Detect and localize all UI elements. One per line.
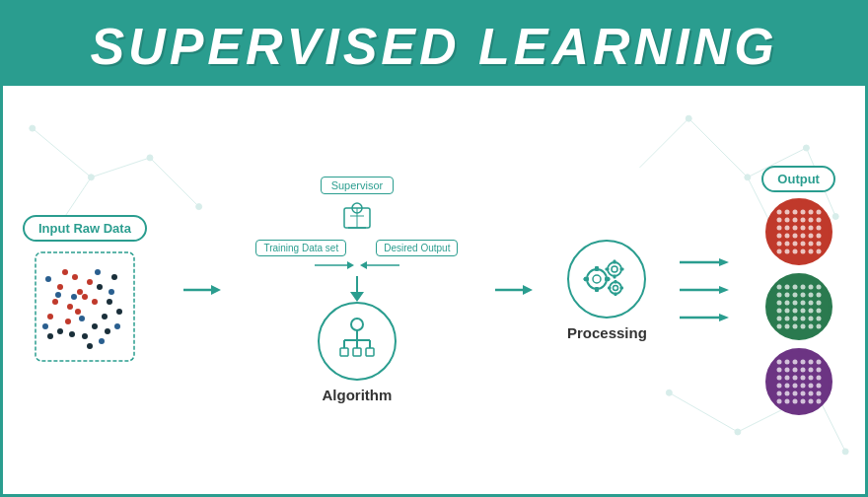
svg-point-197 xyxy=(800,375,805,380)
svg-point-157 xyxy=(816,292,821,297)
header-bar: SUPERVISED LEARNING xyxy=(3,3,865,86)
svg-point-56 xyxy=(71,294,77,300)
svg-point-156 xyxy=(808,292,813,297)
svg-point-205 xyxy=(816,383,821,388)
svg-rect-81 xyxy=(366,348,374,356)
svg-point-53 xyxy=(95,269,101,275)
svg-point-28 xyxy=(72,274,78,280)
svg-point-162 xyxy=(808,300,813,305)
svg-point-192 xyxy=(808,367,813,372)
svg-point-187 xyxy=(816,359,821,364)
output-circle-green xyxy=(765,273,832,340)
svg-point-202 xyxy=(792,383,797,388)
svg-rect-103 xyxy=(620,286,624,289)
svg-rect-97 xyxy=(620,267,624,270)
svg-point-163 xyxy=(816,300,821,305)
svg-point-92 xyxy=(608,262,621,276)
svg-point-134 xyxy=(776,241,781,246)
svg-point-37 xyxy=(65,319,71,324)
svg-rect-94 xyxy=(614,259,616,263)
svg-point-33 xyxy=(52,299,58,305)
svg-point-180 xyxy=(808,323,813,328)
svg-point-121 xyxy=(816,217,821,222)
arrow-input-to-algo xyxy=(181,280,221,300)
svg-point-32 xyxy=(87,279,93,285)
algorithm-label: Algorithm xyxy=(323,387,393,403)
output-circle-purple xyxy=(765,348,832,415)
svg-point-191 xyxy=(800,367,805,372)
svg-point-99 xyxy=(614,285,618,290)
svg-point-179 xyxy=(800,323,805,328)
svg-marker-69 xyxy=(347,261,354,269)
svg-point-176 xyxy=(776,323,781,328)
svg-point-135 xyxy=(784,241,789,246)
svg-point-136 xyxy=(792,241,797,246)
main-container: SUPERVISED LEARNING xyxy=(0,0,868,497)
svg-point-140 xyxy=(776,248,781,253)
supervisor-icon xyxy=(338,198,376,236)
supervisor-area: Supervisor xyxy=(321,177,395,236)
svg-point-204 xyxy=(808,383,813,388)
svg-marker-83 xyxy=(523,285,533,295)
svg-point-207 xyxy=(784,390,789,395)
svg-point-154 xyxy=(792,292,797,297)
svg-point-183 xyxy=(784,359,789,364)
svg-point-85 xyxy=(593,275,601,283)
svg-rect-87 xyxy=(595,287,599,292)
svg-point-159 xyxy=(784,300,789,305)
svg-point-58 xyxy=(114,323,120,329)
gears-svg xyxy=(579,251,634,307)
svg-point-132 xyxy=(808,233,813,238)
svg-point-211 xyxy=(816,390,821,395)
svg-point-188 xyxy=(776,367,781,372)
svg-point-115 xyxy=(816,209,821,214)
svg-rect-95 xyxy=(614,274,616,278)
svg-point-51 xyxy=(55,292,61,298)
svg-point-151 xyxy=(816,284,821,289)
svg-point-31 xyxy=(62,269,68,275)
svg-point-47 xyxy=(69,331,75,337)
svg-point-147 xyxy=(784,284,789,289)
processing-icon xyxy=(567,240,646,319)
svg-point-130 xyxy=(792,233,797,238)
output-circle-red xyxy=(765,198,832,265)
down-arrow xyxy=(350,292,364,302)
svg-point-123 xyxy=(784,225,789,230)
svg-point-55 xyxy=(45,276,51,282)
svg-marker-71 xyxy=(360,261,367,269)
svg-point-133 xyxy=(816,233,821,238)
svg-point-48 xyxy=(57,328,63,334)
svg-point-193 xyxy=(816,367,821,372)
purple-dots-svg xyxy=(769,352,829,411)
svg-rect-100 xyxy=(615,280,617,284)
svg-point-34 xyxy=(77,289,83,295)
svg-point-52 xyxy=(79,316,85,321)
svg-point-112 xyxy=(792,209,797,214)
svg-marker-72 xyxy=(350,292,364,302)
arrow-proc-to-red xyxy=(680,255,729,269)
output-arrows-container xyxy=(680,255,729,324)
processing-block: Processing xyxy=(567,240,647,341)
svg-marker-61 xyxy=(211,285,221,295)
svg-point-29 xyxy=(82,294,88,300)
svg-point-214 xyxy=(792,398,797,403)
svg-point-114 xyxy=(808,209,813,214)
svg-point-170 xyxy=(776,316,781,320)
svg-point-122 xyxy=(776,225,781,230)
supervisor-to-algo-line xyxy=(356,276,358,292)
green-dots-svg xyxy=(769,277,829,336)
svg-point-186 xyxy=(808,359,813,364)
svg-point-178 xyxy=(792,323,797,328)
output-block: Output xyxy=(761,166,835,415)
svg-point-119 xyxy=(800,217,805,222)
svg-point-177 xyxy=(784,323,789,328)
svg-rect-102 xyxy=(608,286,612,289)
svg-point-129 xyxy=(784,233,789,238)
arrow-proc-to-green xyxy=(680,283,729,297)
svg-point-169 xyxy=(816,308,821,313)
svg-point-198 xyxy=(808,375,813,380)
svg-point-54 xyxy=(108,289,114,295)
svg-point-125 xyxy=(800,225,805,230)
svg-point-35 xyxy=(92,299,98,305)
svg-point-164 xyxy=(776,308,781,313)
